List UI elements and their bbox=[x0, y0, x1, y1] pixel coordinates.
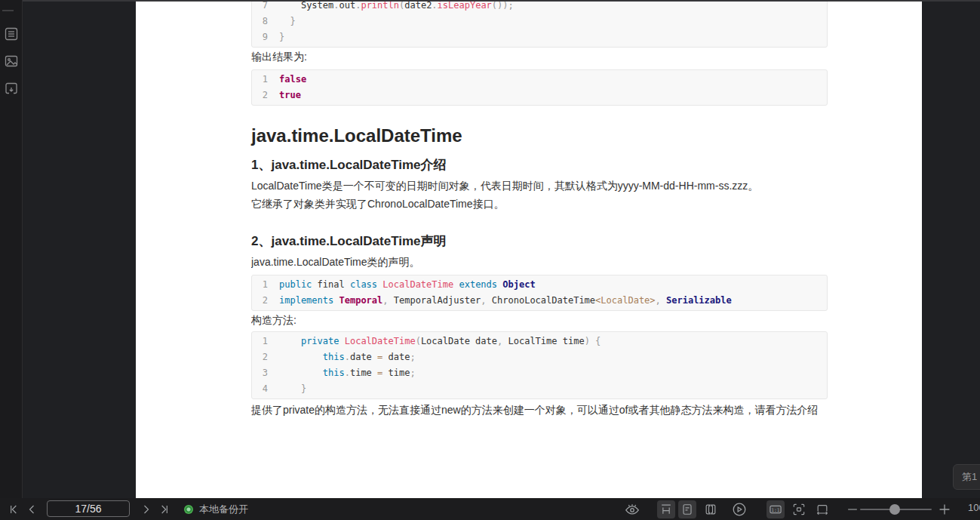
zoom-slider[interactable] bbox=[860, 500, 932, 518]
doc-heading-localdatetime: java.time.LocalDateTime bbox=[251, 125, 828, 147]
presentation-play-icon[interactable] bbox=[730, 500, 748, 518]
local-backup-status[interactable]: 本地备份开 bbox=[184, 500, 248, 518]
first-page-button[interactable] bbox=[5, 500, 23, 518]
page-indicator-input[interactable] bbox=[47, 500, 130, 517]
outline-icon[interactable] bbox=[4, 26, 19, 42]
next-page-button[interactable] bbox=[137, 500, 155, 518]
facing-pages-mode-icon[interactable] bbox=[702, 500, 720, 518]
backup-status-dot-icon bbox=[184, 505, 193, 514]
sidebar-handle-dash bbox=[2, 10, 14, 11]
export-icon[interactable] bbox=[4, 81, 19, 96]
left-sidebar bbox=[0, 0, 23, 498]
code-block-declaration: 1public final class LocalDateTime extend… bbox=[251, 275, 828, 311]
single-page-mode-icon[interactable] bbox=[678, 500, 696, 518]
doc-heading-section1: 1、java.time.LocalDateTime介绍 bbox=[251, 156, 828, 174]
zoom-out-button[interactable] bbox=[843, 500, 862, 518]
fit-page-icon[interactable] bbox=[790, 500, 808, 518]
doc-heading-section2: 2、java.time.LocalDateTime声明 bbox=[251, 232, 828, 251]
eye-view-icon[interactable] bbox=[623, 500, 641, 518]
code-block-constructor: 1 private LocalDateTime(LocalDate date, … bbox=[251, 331, 828, 399]
last-page-button[interactable] bbox=[155, 500, 174, 518]
app-window: { "sidebar": { "icons": [ { "name": "out… bbox=[0, 0, 980, 520]
bottom-toolbar: 本地备份开 1:1 bbox=[0, 498, 980, 520]
zoom-in-button[interactable] bbox=[935, 500, 954, 518]
previous-page-button[interactable] bbox=[23, 500, 41, 518]
actual-size-icon[interactable]: 1:1 bbox=[766, 500, 785, 518]
code-block-output-result: 1false2true bbox=[251, 69, 828, 106]
section1-paragraph-1: LocalDateTime类是一个不可变的日期时间对象，代表日期时间，其默认格式… bbox=[251, 177, 828, 194]
images-icon[interactable] bbox=[4, 54, 19, 69]
zoom-slider-thumb[interactable] bbox=[889, 504, 900, 515]
output-label: 输出结果为: bbox=[251, 48, 828, 65]
page-number-tooltip: 第1 bbox=[953, 464, 980, 490]
fit-width-icon[interactable] bbox=[813, 500, 831, 518]
section1-paragraph-2: 它继承了对象类并实现了ChronoLocalDateTime接口。 bbox=[251, 195, 828, 212]
constructor-label: 构造方法: bbox=[251, 312, 828, 328]
backup-status-label: 本地备份开 bbox=[199, 503, 248, 516]
section2-paragraph-1: java.time.LocalDateTime类的声明。 bbox=[251, 254, 828, 270]
closing-paragraph: 提供了private的构造方法，无法直接通过new的方法来创建一个对象，可以通过… bbox=[251, 402, 828, 418]
code-block-leapyear-tail: 7 System.out.println(date2.isLeapYear())… bbox=[251, 2, 828, 48]
document-page: 7 System.out.println(date2.isLeapYear())… bbox=[136, 2, 922, 498]
scroll-mode-icon[interactable] bbox=[657, 500, 675, 518]
svg-text:1:1: 1:1 bbox=[771, 507, 780, 512]
zoom-percent-label: 100 bbox=[968, 502, 980, 513]
